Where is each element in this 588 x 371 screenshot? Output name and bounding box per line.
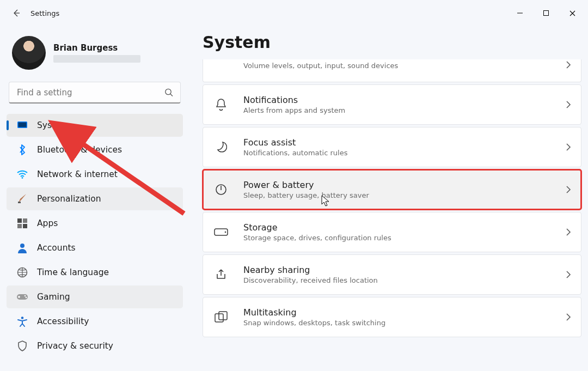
multitask-icon <box>213 311 229 323</box>
profile[interactable]: Brian Burgess <box>4 32 185 80</box>
moon-icon <box>213 141 229 153</box>
card-nearby-sharing[interactable]: Nearby sharingDiscoverability, received … <box>203 254 581 295</box>
search-icon <box>164 88 174 97</box>
wifi-icon <box>16 170 28 179</box>
svg-point-13 <box>24 295 26 297</box>
sidebar-item-label: System <box>37 120 69 130</box>
sidebar-item-accounts[interactable]: Accounts <box>7 236 183 259</box>
search-box[interactable] <box>9 82 181 104</box>
card-title: Notifications <box>243 95 552 105</box>
page-title: System <box>203 33 581 52</box>
svg-point-10 <box>20 244 24 248</box>
svg-point-18 <box>225 232 226 233</box>
share-icon <box>213 269 229 281</box>
power-icon <box>213 183 229 196</box>
window-controls <box>507 3 585 23</box>
card-subtitle: Alerts from apps and system <box>243 106 552 114</box>
svg-rect-7 <box>23 218 27 223</box>
svg-point-14 <box>26 297 27 299</box>
card-title: Nearby sharing <box>243 265 552 275</box>
card-power-battery[interactable]: Power & batterySleep, battery usage, bat… <box>203 169 581 210</box>
card-sound[interactable]: Volume levels, output, input, sound devi… <box>203 59 581 82</box>
svg-point-4 <box>22 177 23 179</box>
profile-email-redacted <box>53 55 140 63</box>
chevron-right-icon <box>566 185 571 194</box>
globe-clock-icon <box>16 267 28 278</box>
chevron-right-icon <box>566 270 571 279</box>
sidebar-item-label: Gaming <box>37 292 70 302</box>
sidebar-item-privacy-security[interactable]: Privacy & security <box>7 334 183 357</box>
sidebar-item-accessibility[interactable]: Accessibility <box>7 310 183 333</box>
chevron-right-icon <box>566 228 571 236</box>
chevron-right-icon <box>566 100 571 109</box>
sidebar-item-label: Personalization <box>37 194 101 204</box>
maximize-button[interactable] <box>534 3 559 23</box>
sidebar-item-apps[interactable]: Apps <box>7 212 183 235</box>
svg-point-15 <box>21 317 24 319</box>
svg-rect-0 <box>544 11 549 16</box>
gamepad-icon <box>16 293 28 301</box>
chevron-right-icon <box>566 143 571 151</box>
drive-icon <box>213 228 229 236</box>
close-button[interactable] <box>560 3 585 23</box>
sidebar-item-label: Time & language <box>37 267 109 277</box>
search-input[interactable] <box>9 82 180 102</box>
card-storage[interactable]: StorageStorage space, drives, configurat… <box>203 212 581 252</box>
sidebar-item-gaming[interactable]: Gaming <box>7 285 183 308</box>
svg-rect-8 <box>17 224 22 228</box>
back-arrow-icon <box>12 9 21 17</box>
card-subtitle: Discoverability, received files location <box>243 276 552 284</box>
sidebar-item-label: Privacy & security <box>37 341 113 351</box>
sidebar-item-system[interactable]: System <box>7 114 183 137</box>
card-multitasking[interactable]: MultitaskingSnap windows, desktops, task… <box>203 297 581 337</box>
profile-name: Brian Burgess <box>53 43 140 53</box>
svg-rect-5 <box>18 202 21 203</box>
titlebar: Settings <box>0 0 588 26</box>
sidebar: Brian Burgess SystemBluetooth & devicesN… <box>0 26 189 371</box>
sidebar-item-label: Network & internet <box>37 169 118 179</box>
app-title: Settings <box>30 9 59 17</box>
card-focus-assist[interactable]: Focus assistNotifications, automatic rul… <box>203 127 581 167</box>
svg-point-1 <box>166 89 171 94</box>
person-icon <box>16 242 28 253</box>
card-subtitle: Volume levels, output, input, sound devi… <box>243 62 552 70</box>
main-content: System Volume levels, output, input, sou… <box>189 26 588 371</box>
chevron-right-icon <box>566 313 571 321</box>
bell-icon <box>213 98 229 111</box>
sidebar-item-label: Apps <box>37 218 58 228</box>
card-subtitle: Notifications, automatic rules <box>243 149 552 157</box>
card-title: Focus assist <box>243 137 552 148</box>
card-title: Storage <box>243 222 552 233</box>
back-button[interactable] <box>7 3 26 23</box>
card-subtitle: Snap windows, desktops, task switching <box>243 319 552 327</box>
svg-rect-9 <box>23 224 27 228</box>
sidebar-item-personalization[interactable]: Personalization <box>7 187 183 210</box>
brush-icon <box>16 193 28 204</box>
sidebar-item-label: Accessibility <box>37 317 89 326</box>
sidebar-item-network-internet[interactable]: Network & internet <box>7 163 183 186</box>
svg-rect-6 <box>17 218 22 223</box>
card-notifications[interactable]: NotificationsAlerts from apps and system <box>203 84 581 125</box>
settings-cards: Volume levels, output, input, sound devi… <box>203 59 581 337</box>
sidebar-item-label: Bluetooth & devices <box>37 145 122 155</box>
minimize-button[interactable] <box>507 3 532 23</box>
sidebar-item-label: Accounts <box>37 243 76 253</box>
shield-icon <box>16 340 28 351</box>
sidebar-nav: SystemBluetooth & devicesNetwork & inter… <box>4 109 185 357</box>
card-title: Multitasking <box>243 307 552 318</box>
display-icon <box>16 121 28 130</box>
sidebar-item-bluetooth-devices[interactable]: Bluetooth & devices <box>7 138 183 161</box>
apps-icon <box>16 218 28 228</box>
card-title: Power & battery <box>243 180 552 190</box>
sidebar-item-time-language[interactable]: Time & language <box>7 261 183 284</box>
card-subtitle: Storage space, drives, configuration rul… <box>243 234 552 242</box>
chevron-right-icon <box>566 60 571 69</box>
accessibility-icon <box>16 316 28 327</box>
bluetooth-icon <box>16 144 28 155</box>
card-subtitle: Sleep, battery usage, battery saver <box>243 191 552 199</box>
svg-rect-3 <box>19 123 27 127</box>
avatar <box>12 36 46 70</box>
